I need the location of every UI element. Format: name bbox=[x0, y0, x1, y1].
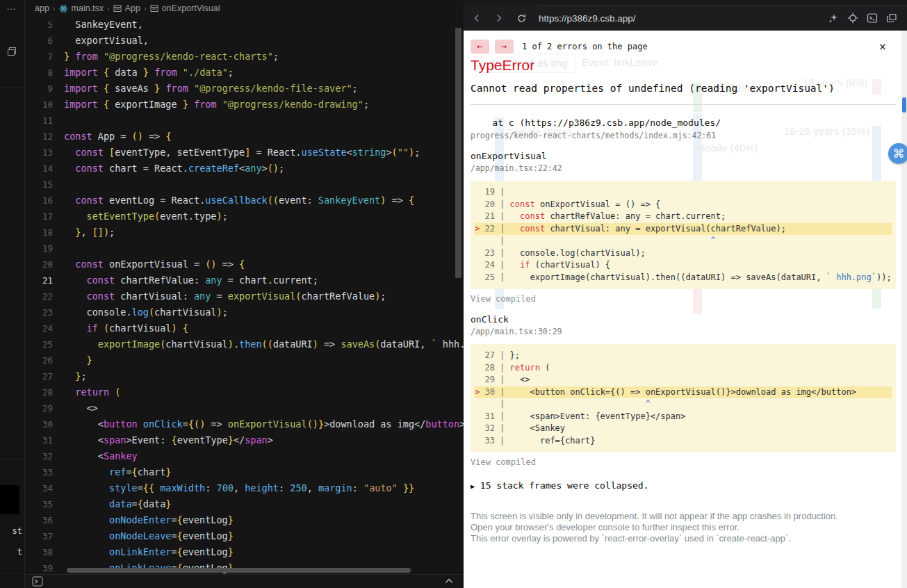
code-line[interactable]: 15 bbox=[25, 177, 464, 193]
terminal-icon[interactable] bbox=[32, 576, 43, 587]
line-text: SankeyEvent, bbox=[64, 17, 143, 33]
code-line[interactable]: 11 bbox=[25, 113, 464, 129]
code-line[interactable]: 24 if (chartVisual) { bbox=[25, 320, 464, 336]
line-number: 31 bbox=[25, 432, 64, 448]
code-line[interactable]: 18 }, []); bbox=[25, 224, 464, 240]
code-line[interactable]: 5 SankeyEvent, bbox=[25, 17, 464, 33]
menu-ellipsis-icon[interactable]: … bbox=[6, 1, 17, 12]
prev-error-button[interactable]: ← bbox=[471, 40, 489, 54]
line-number: 34 bbox=[25, 480, 64, 496]
line-number: 28 bbox=[25, 384, 64, 400]
code-line[interactable]: 26 } bbox=[25, 352, 464, 368]
code-line[interactable]: 13 const [eventType, setEventType] = Rea… bbox=[25, 145, 464, 161]
code-line[interactable]: 25 exportImage(chartVisual).then((dataUR… bbox=[25, 336, 464, 352]
refresh-button[interactable] bbox=[512, 9, 530, 27]
line-text: onNodeLeave={eventLog} bbox=[64, 528, 234, 544]
line-text: } bbox=[64, 352, 92, 368]
code-line[interactable]: 8import { data } from "./data"; bbox=[25, 65, 464, 81]
open-in-new-window-icon[interactable] bbox=[886, 13, 897, 24]
restore-layout-icon[interactable] bbox=[6, 46, 17, 57]
line-text: setEventType(event.type); bbox=[64, 209, 228, 224]
line-number: 10 bbox=[25, 97, 64, 113]
line-number: 12 bbox=[25, 129, 64, 145]
code-lines[interactable]: 5 SankeyEvent,6 exportVisual,7} from "@p… bbox=[25, 17, 464, 576]
view-compiled-link[interactable]: View compiled bbox=[471, 294, 896, 304]
line-number: 16 bbox=[25, 193, 64, 209]
url-field[interactable]: https://p386z9.csb.app/ bbox=[539, 13, 636, 24]
code-line[interactable]: 38 onLinkEnter={eventLog} bbox=[25, 544, 464, 560]
app-root: … st t app › main.tsx › App › bbox=[0, 0, 907, 588]
code-line[interactable]: 22 const chartVisual: any = exportVisual… bbox=[25, 288, 464, 304]
line-number: 25 bbox=[25, 336, 64, 352]
line-number: 20 bbox=[25, 256, 64, 272]
code-line[interactable]: 33 ref={chart} bbox=[25, 464, 464, 480]
line-text: <button onClick={() => onExportVisual()}… bbox=[64, 416, 464, 432]
code-line[interactable]: 14 const chart = React.createRef<any>(); bbox=[25, 161, 464, 177]
back-button[interactable] bbox=[468, 9, 486, 27]
code-line[interactable]: 29 <> bbox=[25, 400, 464, 416]
preview-scrollbar-track[interactable] bbox=[901, 31, 907, 588]
editor-status-bar bbox=[25, 574, 464, 588]
code-line[interactable]: 23 console.log(chartVisual); bbox=[25, 304, 464, 320]
code-line[interactable]: 36 onNodeEnter={eventLog} bbox=[25, 512, 464, 528]
breadcrumb-symbol-app[interactable]: App bbox=[125, 3, 140, 13]
line-number: 8 bbox=[25, 65, 64, 81]
line-text: const onExportVisual = () => { bbox=[64, 256, 245, 272]
line-number: 11 bbox=[25, 113, 64, 129]
divider bbox=[0, 573, 25, 573]
code-line[interactable]: 12const App = () => { bbox=[25, 129, 464, 145]
view-compiled-link[interactable]: View compiled bbox=[471, 457, 896, 467]
sparkles-icon[interactable] bbox=[828, 13, 839, 24]
close-overlay-button[interactable]: × bbox=[879, 41, 896, 52]
code-line[interactable]: 35 data={data} bbox=[25, 496, 464, 512]
code-line[interactable]: 28 return ( bbox=[25, 384, 464, 400]
code-line[interactable]: 27 }; bbox=[25, 368, 464, 384]
line-number: 38 bbox=[25, 544, 64, 560]
line-text: ref={chart} bbox=[64, 464, 171, 480]
line-number: 15 bbox=[25, 177, 64, 193]
codesandbox-command-badge[interactable]: ⌘ bbox=[888, 143, 907, 164]
error-pager-status: 1 of 2 errors on the page bbox=[522, 42, 648, 51]
code-line[interactable]: 37 onNodeLeave={eventLog} bbox=[25, 528, 464, 544]
breadcrumb-symbol-fn[interactable]: onExportVisual bbox=[162, 3, 220, 13]
code-frame: 27 | }; 28 | return ( 29 | <>> 30 | <but… bbox=[471, 344, 896, 452]
inspect-crosshair-icon[interactable] bbox=[847, 13, 858, 24]
line-text: onNodeEnter={eventLog} bbox=[64, 512, 234, 528]
code-line[interactable]: 20 const onExportVisual = () => { bbox=[25, 256, 464, 272]
console-icon[interactable] bbox=[867, 13, 878, 24]
code-line[interactable]: 6 exportVisual, bbox=[25, 33, 464, 49]
next-error-button[interactable]: → bbox=[495, 40, 514, 54]
chevron-up-icon[interactable] bbox=[444, 577, 454, 585]
code-line[interactable]: 31 <span>Event: {eventType}</span> bbox=[25, 432, 464, 448]
line-text: const chart = React.createRef<any>(); bbox=[64, 161, 284, 177]
divider bbox=[0, 87, 25, 88]
line-number: 22 bbox=[25, 288, 64, 304]
line-text: if (chartVisual) { bbox=[64, 320, 188, 336]
line-number: 29 bbox=[25, 400, 64, 416]
breadcrumb-file[interactable]: main.tsx bbox=[72, 3, 104, 13]
code-line[interactable]: 30 <button onClick={() => onExportVisual… bbox=[25, 416, 464, 432]
code-line[interactable]: 19 bbox=[25, 240, 464, 256]
line-text: onLinkEnter={eventLog} bbox=[64, 544, 234, 560]
code-line[interactable]: 7} from "@progress/kendo-react-charts"; bbox=[25, 49, 464, 65]
symbol-icon bbox=[113, 4, 122, 13]
code-line[interactable]: 32 <Sankey bbox=[25, 448, 464, 464]
code-line[interactable]: 21 const chartRefValue: any = chart.curr… bbox=[25, 272, 464, 288]
code-line[interactable]: 9import { saveAs } from "@progress/kendo… bbox=[25, 81, 464, 97]
horizontal-scrollbar[interactable] bbox=[67, 568, 411, 573]
code-line[interactable]: 17 setEventType(event.type); bbox=[25, 209, 464, 224]
breadcrumb-separator: › bbox=[144, 4, 147, 13]
preview-scrollbar-thumb[interactable] bbox=[902, 97, 906, 113]
browser-preview-pane: https://p386z9.csb.app/ download as i bbox=[464, 0, 907, 588]
code-line[interactable]: 10import { exportImage } from "@progress… bbox=[25, 97, 464, 113]
symbol-icon bbox=[150, 4, 158, 13]
forward-button[interactable] bbox=[490, 9, 508, 27]
code-line[interactable]: 34 style={{ maxWidth: 700, height: 250, … bbox=[25, 480, 464, 496]
line-number: 13 bbox=[25, 145, 64, 161]
breadcrumb-root[interactable]: app bbox=[35, 3, 49, 13]
code-editor[interactable]: app › main.tsx › App › onExportVisual 5 … bbox=[25, 0, 464, 588]
code-frame: 19 | 20 | const onExportVisual = () => {… bbox=[471, 181, 896, 289]
collapsed-frames-toggle[interactable]: ▶ 15 stack frames were collapsed. bbox=[471, 480, 896, 491]
code-line[interactable]: 16 const eventLog = React.useCallback((e… bbox=[25, 193, 464, 209]
vertical-scrollbar[interactable] bbox=[455, 28, 461, 278]
